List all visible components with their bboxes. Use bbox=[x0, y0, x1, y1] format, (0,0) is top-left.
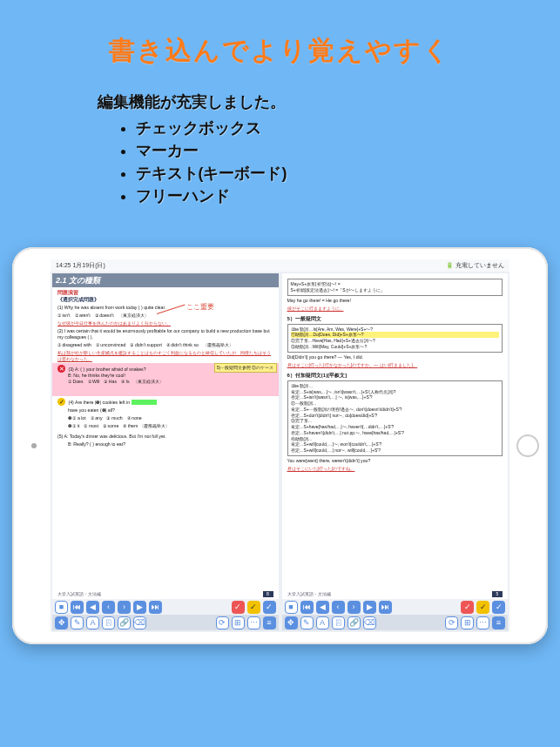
ex-6: You were[went] there, weren't[didn't] yo… bbox=[287, 458, 503, 464]
pen-tool[interactable]: ✎ bbox=[300, 616, 314, 629]
grid-button[interactable]: ⊞ bbox=[232, 616, 245, 629]
ex-5-jp: 君はそこに(行った[行かなかった]のですか。— はい(行きました)。 bbox=[287, 362, 503, 368]
home-button[interactable] bbox=[516, 434, 539, 457]
feature-item: マーカー bbox=[136, 140, 463, 161]
forward-button[interactable]: › bbox=[118, 601, 131, 614]
box-6: ①be 動詞… 肯定…S+is[was,…]〜, isn't[wasn't,…]… bbox=[287, 380, 503, 456]
last-button[interactable]: ⏭ bbox=[379, 601, 392, 614]
ex-may-jp: 彼がそこに行きますように。 bbox=[287, 306, 503, 312]
heading-5: 5）一般疑問文 bbox=[287, 315, 503, 322]
menu-button[interactable]: ≡ bbox=[263, 616, 276, 629]
left-page[interactable]: 2.1 文の種類 問題演習 《選択完成問題》 (1) Why he was ab… bbox=[52, 273, 279, 599]
page-number: 5 bbox=[492, 591, 503, 597]
status-time: 14:25 1月19日(日) bbox=[56, 261, 105, 270]
question-5b: B: Really? ( ) enough to eat? bbox=[68, 441, 273, 448]
status-battery: 🔋 充電していません bbox=[446, 261, 504, 270]
question-4b: have you eaten (❷) all? bbox=[68, 407, 273, 414]
text-tool[interactable]: A bbox=[86, 616, 99, 629]
right-pane: May+S+原形[祈望法]〜! = S+祈願[仮定法過去]〜! =「Sが〜します… bbox=[282, 273, 509, 630]
last-button[interactable]: ⏭ bbox=[149, 601, 162, 614]
footer-title: 大学入試英語・文法編 bbox=[57, 591, 101, 597]
grid-button[interactable]: ⊞ bbox=[461, 616, 474, 629]
first-button[interactable]: ⏮ bbox=[71, 601, 84, 614]
mark-check-button[interactable]: ✓ bbox=[247, 601, 260, 614]
nav-toolbar-left: ■ ⏮ ◀ ‹ › ▶ ⏭ ✓ ✓ ✓ bbox=[52, 599, 279, 615]
box-5: ①be 動詞…Is[Are, Am, Was, Were]+S+〜? ①'助動詞… bbox=[287, 324, 503, 353]
status-bar: 14:25 1月19日(日) 🔋 充電していません bbox=[51, 259, 509, 272]
next-button[interactable]: ▶ bbox=[363, 601, 376, 614]
footer-title: 大学入試英語・文法編 bbox=[287, 591, 331, 597]
mark-ok-button[interactable]: ✓ bbox=[492, 601, 505, 614]
mark-wrong-button[interactable]: ✓ bbox=[461, 601, 474, 614]
feature-item: チェックボックス bbox=[136, 118, 463, 138]
menu-button[interactable]: ≡ bbox=[492, 616, 505, 629]
section-heading: 《選択完成問題》 bbox=[57, 296, 273, 303]
first-button[interactable]: ⏮ bbox=[300, 601, 314, 614]
mark-ok-button[interactable]: ✓ bbox=[263, 601, 276, 614]
edit-toolbar-right: ✥ ✎ A ⍓ 🔗 ⌫ ⟳ ⊞ ⋯ ≡ bbox=[282, 615, 509, 630]
pen-tool[interactable]: ✎ bbox=[71, 616, 84, 629]
move-tool[interactable]: ✥ bbox=[55, 616, 68, 629]
ex-6-jp: 君はそこにいた[行った]のですね。 bbox=[287, 466, 503, 472]
link-tool[interactable]: 🔗 bbox=[118, 616, 131, 629]
refresh-button[interactable]: ⟳ bbox=[445, 616, 458, 629]
box-may: May+S+原形[祈望法]〜! = S+祈願[仮定法過去]〜! =「Sが〜します… bbox=[287, 279, 503, 296]
page-number: 8 bbox=[263, 591, 273, 597]
page-footer: 大学入試英語・文法編 5 bbox=[287, 591, 503, 597]
forward-button[interactable]: › bbox=[347, 601, 361, 614]
more-button[interactable]: ⋯ bbox=[247, 616, 260, 629]
promo-headline: 書き込んでより覚えやすく bbox=[0, 0, 560, 69]
back-button[interactable]: ‹ bbox=[102, 601, 115, 614]
erase-tool[interactable]: ⌫ bbox=[133, 616, 146, 629]
next-button[interactable]: ▶ bbox=[133, 601, 146, 614]
question-2-answer: 私は我が社が新しい生産拠点を建設することはものすごく利益になるものと確信していた… bbox=[57, 350, 273, 362]
mark-wrong-button[interactable]: ✓ bbox=[232, 601, 245, 614]
checkbox-yellow[interactable]: ✓ bbox=[57, 398, 65, 406]
more-button[interactable]: ⋯ bbox=[476, 616, 489, 629]
refresh-button[interactable]: ⟳ bbox=[216, 616, 229, 629]
checkbox-red[interactable]: ✕ bbox=[57, 365, 65, 373]
tag-tool[interactable]: ⍓ bbox=[332, 616, 345, 629]
question-4: ✓ (4) Are there (❶) cookies left in bbox=[57, 398, 273, 406]
question-2-opts: ① disagreed with ② unconvinced ③ didn't … bbox=[57, 342, 273, 348]
left-pane: 2.1 文の種類 問題演習 《選択完成問題》 (1) Why he was ab… bbox=[52, 273, 279, 630]
question-3b: B: No, he thinks they're cool! bbox=[68, 373, 273, 379]
tablet-frame: 14:25 1月19日(日) 🔋 充電していません 2.1 文の種類 問題演習 … bbox=[12, 247, 548, 644]
promo-sub: 編集機能が充実しました。 チェックボックス マーカー テキスト(キーボード) フ… bbox=[98, 91, 463, 206]
question-4-opts1: ❶ ① a lot ② any ③ much ④ none bbox=[68, 415, 273, 421]
edit-toolbar-left: ✥ ✎ A ⍓ 🔗 ⌫ ⟳ ⊞ ⋯ ≡ bbox=[52, 615, 279, 630]
question-3-opts: ① Does ② Will ③ Has ④ Is 〈東京経済大〉 bbox=[68, 379, 273, 385]
question-1-opts: ① isn't ② aren't ③ doesn't 〈東京経済大〉 bbox=[57, 313, 273, 319]
sticky-note[interactable]: 5)一般疑問文参照 ②のケース bbox=[214, 363, 277, 373]
section-title: 2.1 文の種類 bbox=[52, 273, 279, 287]
feature-item: テキスト(キーボード) bbox=[136, 163, 463, 184]
feature-item: フリーハンド bbox=[136, 185, 463, 206]
right-page[interactable]: May+S+原形[祈望法]〜! = S+祈願[仮定法過去]〜! =「Sが〜します… bbox=[282, 273, 509, 599]
pink-highlight: ✕ (3) A: ( ) your brother afraid of snak… bbox=[52, 363, 279, 396]
ex-5: Did[Didn't] you go there? — Yes, I did. bbox=[287, 354, 503, 360]
mark-check-button[interactable]: ✓ bbox=[476, 601, 489, 614]
tablet-camera bbox=[31, 443, 37, 448]
page-footer: 大学入試英語・文法編 8 bbox=[57, 591, 273, 597]
question-1-answer: なぜ彼が今日仕事を休んだのかはあまりよく分からない。 bbox=[57, 320, 273, 326]
back-button[interactable]: ‹ bbox=[332, 601, 345, 614]
split-panes: 2.1 文の種類 問題演習 《選択完成問題》 (1) Why he was ab… bbox=[51, 272, 509, 632]
prev-button[interactable]: ◀ bbox=[86, 601, 99, 614]
link-tool[interactable]: 🔗 bbox=[347, 616, 361, 629]
question-4-opts2: ❷ ① it ② most ③ some ④ them 〈慶應義塾大〉 bbox=[68, 423, 273, 429]
erase-tool[interactable]: ⌫ bbox=[363, 616, 376, 629]
text-tool[interactable]: A bbox=[316, 616, 329, 629]
prev-button[interactable]: ◀ bbox=[316, 601, 329, 614]
section-subtitle: 問題演習 bbox=[57, 289, 273, 296]
tag-tool[interactable]: ⍓ bbox=[102, 616, 115, 629]
stop-button[interactable]: ■ bbox=[55, 601, 68, 614]
yellow-highlight: ①'助動詞…Do[Does, Did]+S+原形〜? bbox=[291, 332, 500, 338]
handwriting-note: ここ重要 bbox=[186, 303, 214, 313]
stop-button[interactable]: ■ bbox=[285, 601, 298, 614]
ex-may: May he go there! = He go there! bbox=[287, 298, 503, 304]
question-3: (3) A: ( ) your brother afraid of snakes… bbox=[68, 367, 145, 372]
promo-subtitle: 編集機能が充実しました。 bbox=[98, 91, 463, 112]
tablet-screen: 14:25 1月19日(日) 🔋 充電していません 2.1 文の種類 問題演習 … bbox=[51, 259, 509, 632]
nav-toolbar-right: ■ ⏮ ◀ ‹ › ▶ ⏭ ✓ ✓ ✓ bbox=[282, 599, 509, 615]
move-tool[interactable]: ✥ bbox=[285, 616, 298, 629]
